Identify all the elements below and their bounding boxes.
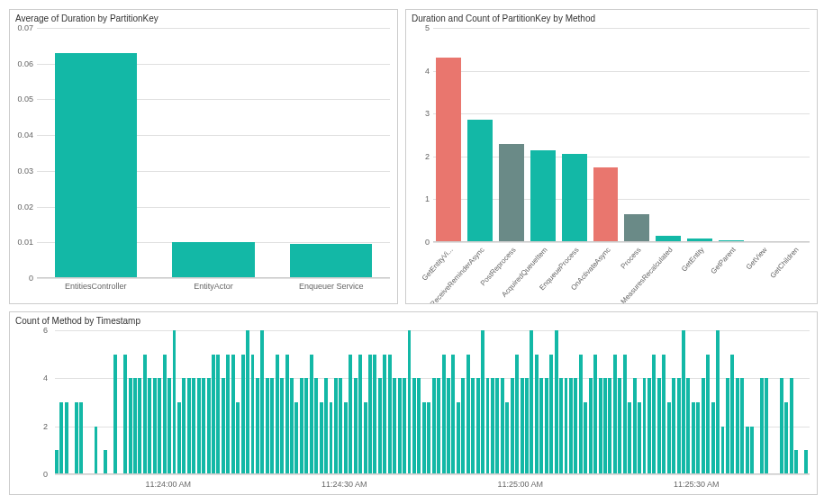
timeline-bar[interactable] <box>427 402 430 474</box>
timeline-bar[interactable] <box>123 355 127 474</box>
timeline-bar[interactable] <box>143 355 147 474</box>
timeline-bar[interactable] <box>173 330 177 474</box>
timeline-bar[interactable] <box>158 378 161 474</box>
timeline-bar[interactable] <box>662 355 666 474</box>
timeline-bar[interactable] <box>187 378 191 474</box>
timeline-bar[interactable] <box>481 330 484 474</box>
timeline-bar[interactable] <box>618 378 621 474</box>
timeline-bar[interactable] <box>784 402 788 474</box>
timeline-bar[interactable] <box>623 355 627 474</box>
timeline-bar[interactable] <box>113 355 117 474</box>
timeline-bar[interactable] <box>251 355 255 474</box>
timeline-bar[interactable] <box>740 378 744 474</box>
timeline-bar[interactable] <box>589 378 593 474</box>
bar-entityactor[interactable] <box>172 242 254 278</box>
timeline-bar[interactable] <box>593 355 597 474</box>
timeline-bar[interactable] <box>197 378 201 474</box>
timeline-bar[interactable] <box>447 378 450 474</box>
timeline-bar[interactable] <box>304 378 308 474</box>
timeline-bar[interactable] <box>222 378 225 474</box>
timeline-bar[interactable] <box>730 355 734 474</box>
timeline-bar[interactable] <box>344 402 348 474</box>
timeline-bar[interactable] <box>686 378 690 474</box>
timeline-bar[interactable] <box>579 355 583 474</box>
timeline-bar[interactable] <box>746 427 749 474</box>
timeline-bar[interactable] <box>760 378 764 474</box>
timeline-bar[interactable] <box>310 355 313 474</box>
timeline-bar[interactable] <box>437 378 440 474</box>
timeline-bar[interactable] <box>334 378 338 474</box>
timeline-bar[interactable] <box>358 355 362 474</box>
timeline-bar[interactable] <box>711 402 715 474</box>
timeline-bar[interactable] <box>535 355 539 474</box>
timeline-bar[interactable] <box>638 402 641 474</box>
timeline-bar[interactable] <box>599 378 602 474</box>
timeline-bar[interactable] <box>726 378 729 474</box>
timeline-bar[interactable] <box>330 402 333 474</box>
timeline-bar[interactable] <box>790 378 793 474</box>
timeline-bar[interactable] <box>55 450 59 474</box>
timeline-bar[interactable] <box>202 378 205 474</box>
timeline-bar[interactable] <box>339 378 342 474</box>
bar-onactivateasync[interactable] <box>593 167 619 242</box>
timeline-bar[interactable] <box>457 402 460 474</box>
timeline-bar[interactable] <box>530 330 533 474</box>
timeline-bar[interactable] <box>647 378 651 474</box>
bar-getentityvi-[interactable] <box>436 58 461 242</box>
timeline-bar[interactable] <box>545 378 548 474</box>
bar-enqueuer-service[interactable] <box>290 244 372 278</box>
timeline-bar[interactable] <box>300 378 303 474</box>
timeline-bar[interactable] <box>643 378 647 474</box>
timeline-bar[interactable] <box>236 402 240 474</box>
timeline-bar[interactable] <box>324 378 328 474</box>
bar-enqueueprocess[interactable] <box>562 154 587 242</box>
timeline-bar[interactable] <box>388 355 392 474</box>
timeline-bar[interactable] <box>373 355 376 474</box>
timeline-bar[interactable] <box>565 378 568 474</box>
timeline-bar[interactable] <box>706 355 710 474</box>
timeline-bar[interactable] <box>280 378 284 474</box>
timeline-bar[interactable] <box>451 355 455 474</box>
timeline-bar[interactable] <box>794 450 798 474</box>
timeline-bar[interactable] <box>471 378 475 474</box>
timeline-bar[interactable] <box>192 378 195 474</box>
timeline-bar[interactable] <box>417 378 421 474</box>
timeline-bar[interactable] <box>652 355 656 474</box>
timeline-bar[interactable] <box>290 378 294 474</box>
timeline-bar[interactable] <box>633 378 637 474</box>
timeline-bar[interactable] <box>476 378 480 474</box>
timeline-bar[interactable] <box>226 355 230 474</box>
timeline-bar[interactable] <box>569 378 573 474</box>
timeline-bar[interactable] <box>260 330 264 474</box>
bar-acquiredqueueitem[interactable] <box>530 150 556 242</box>
timeline-bar[interactable] <box>182 378 186 474</box>
timeline-bar[interactable] <box>231 355 235 474</box>
timeline-bar[interactable] <box>403 378 406 474</box>
timeline-bar[interactable] <box>501 378 504 474</box>
timeline-bar[interactable] <box>246 330 249 474</box>
timeline-bar[interactable] <box>765 378 768 474</box>
timeline-bar[interactable] <box>314 378 318 474</box>
timeline-bar[interactable] <box>163 355 167 474</box>
timeline-bar[interactable] <box>667 402 671 474</box>
timeline-bar[interactable] <box>549 355 553 474</box>
timeline-bar[interactable] <box>256 378 259 474</box>
timeline-bar[interactable] <box>177 402 181 474</box>
timeline-bar[interactable] <box>276 355 279 474</box>
timeline-bar[interactable] <box>95 427 98 474</box>
timeline-bar[interactable] <box>75 402 78 474</box>
timeline-bar[interactable] <box>65 402 68 474</box>
timeline-bar[interactable] <box>603 378 607 474</box>
timeline-bar[interactable] <box>692 402 695 474</box>
timeline-bar[interactable] <box>491 378 494 474</box>
timeline-bar[interactable] <box>393 378 396 474</box>
timeline-bar[interactable] <box>750 427 754 474</box>
bar-receivereminderasync[interactable] <box>467 120 493 242</box>
timeline-bar[interactable] <box>104 450 107 474</box>
timeline-bar[interactable] <box>153 378 157 474</box>
bar-entitiescontroller[interactable] <box>55 53 137 278</box>
timeline-bar[interactable] <box>495 378 499 474</box>
timeline-bar[interactable] <box>368 355 372 474</box>
timeline-bar[interactable] <box>555 330 558 474</box>
timeline-bar[interactable] <box>804 450 808 474</box>
